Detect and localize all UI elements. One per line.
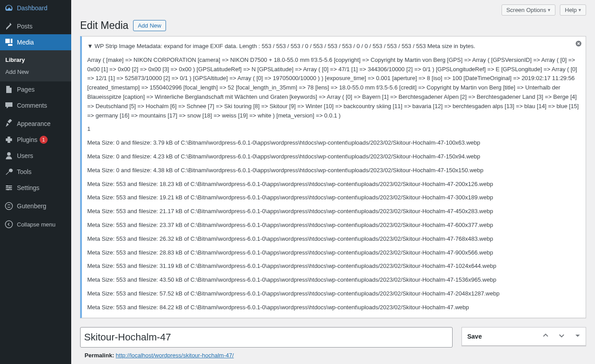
media-icon [4, 38, 13, 47]
collapse-label: Collapse menu [17, 221, 56, 228]
caret-down-icon [573, 331, 582, 341]
main-content: Screen Options Help Edit Media Add New ▼… [71, 0, 595, 364]
sidebar-item-pages[interactable]: Pages [0, 81, 71, 97]
meta-size-line: Meta Size: 553 and filesize: 23.37 kB of… [87, 221, 580, 230]
meta-size-line: Meta Size: 0 and filesize: 4.23 kB of C:… [87, 152, 580, 162]
meta-size-line: Meta Size: 553 and filesize: 43.50 kB of… [87, 275, 580, 285]
sidebar-sub-library[interactable]: Library [0, 54, 71, 66]
svg-point-2 [8, 189, 9, 190]
sidebar-item-label: Tools [17, 168, 32, 175]
users-icon [4, 151, 13, 160]
svg-point-1 [9, 187, 11, 189]
sidebar-item-comments[interactable]: Comments [0, 97, 71, 113]
sidebar-item-appearance[interactable]: Appearance [0, 116, 71, 132]
plugins-icon [4, 135, 13, 144]
permalink-link[interactable]: http://localhost/wordpress/skitour-hocha… [116, 352, 234, 359]
save-postbox: Save [461, 327, 586, 346]
sidebar-item-label: Users [17, 152, 33, 159]
page-title: Edit Media [80, 20, 129, 32]
notice-count: 1 [87, 125, 580, 134]
appearance-icon [4, 119, 13, 128]
sidebar-submenu-media: Library Add New [0, 50, 71, 81]
exif-data: Array ( [make] => NIKON CORPORATION [cam… [87, 56, 580, 121]
meta-size-line: Meta Size: 553 and filesize: 19.21 kB of… [87, 193, 580, 202]
collapse-icon [4, 220, 13, 229]
help-button[interactable]: Help [560, 4, 586, 16]
chevron-down-icon [557, 331, 566, 341]
comments-icon [4, 101, 13, 110]
meta-size-line: Meta Size: 0 and filesize: 4.38 kB of C:… [87, 166, 580, 175]
sidebar-item-users[interactable]: Users [0, 148, 71, 164]
metadata-notice: ▼ WP Strip Image Metadata: expand for im… [80, 36, 586, 318]
postbox-toggle-button[interactable] [570, 328, 586, 345]
sidebar-item-media[interactable]: Media [0, 34, 71, 50]
permalink-label: Permalink: [85, 352, 114, 359]
svg-point-3 [5, 202, 12, 210]
meta-size-line: Meta Size: 553 and filesize: 26.32 kB of… [87, 235, 580, 244]
plugins-update-badge: 1 [40, 136, 48, 144]
meta-size-line: Meta Size: 553 and filesize: 28.83 kB of… [87, 248, 580, 258]
svg-point-0 [7, 186, 8, 187]
meta-size-line: Meta Size: 553 and filesize: 57.52 kB of… [87, 289, 580, 299]
sidebar-item-label: Dashboard [17, 4, 48, 12]
sidebar-item-label: Plugins [17, 136, 37, 143]
screen-options-button[interactable]: Screen Options [502, 4, 556, 16]
add-new-button[interactable]: Add New [133, 20, 166, 31]
sidebar-item-settings[interactable]: Settings [0, 180, 71, 196]
pin-icon [4, 22, 13, 31]
sidebar-item-label: Media [17, 39, 34, 46]
sidebar-item-label: Comments [17, 102, 47, 109]
meta-size-line: Meta Size: 553 and filesize: 31.19 kB of… [87, 262, 580, 271]
meta-size-line: Meta Size: 553 and filesize: 84.22 kB of… [87, 303, 580, 312]
sidebar-item-dashboard[interactable]: Dashboard [0, 0, 71, 16]
collapse-menu-button[interactable]: Collapse menu [0, 216, 71, 232]
sidebar-item-label: Settings [17, 184, 40, 191]
sidebar-item-label: Appearance [17, 120, 51, 127]
sidebar-item-gutenberg[interactable]: Gutenberg [0, 198, 71, 214]
dismiss-notice-button[interactable] [575, 40, 582, 50]
postbox-move-up-button[interactable] [538, 328, 554, 345]
sidebar-item-posts[interactable]: Posts [0, 18, 71, 34]
meta-size-line: Meta Size: 553 and filesize: 21.17 kB of… [87, 207, 580, 216]
dashboard-icon [4, 4, 13, 12]
tools-icon [4, 167, 13, 176]
save-postbox-title: Save [462, 328, 538, 344]
close-icon [575, 42, 582, 49]
svg-point-4 [5, 221, 12, 228]
exif-summary-toggle[interactable]: ▼ WP Strip Image Metadata: expand for im… [87, 42, 580, 51]
gutenberg-icon [4, 202, 13, 210]
settings-icon [4, 183, 13, 192]
media-title-input[interactable] [80, 327, 453, 348]
admin-sidebar: Dashboard Posts Media Library Add New Pa… [0, 0, 71, 364]
meta-size-line: Meta Size: 553 and filesize: 18.23 kB of… [87, 180, 580, 189]
sidebar-item-label: Posts [17, 23, 32, 30]
pages-icon [4, 85, 13, 94]
sidebar-sub-add-new[interactable]: Add New [0, 66, 71, 78]
permalink-row: Permalink: http://localhost/wordpress/sk… [80, 348, 453, 359]
sidebar-item-label: Pages [17, 86, 35, 93]
meta-size-line: Meta Size: 0 and filesize: 3.79 kB of C:… [87, 138, 580, 148]
sidebar-item-tools[interactable]: Tools [0, 164, 71, 180]
sidebar-item-plugins[interactable]: Plugins 1 [0, 132, 71, 148]
chevron-up-icon [541, 331, 550, 341]
postbox-move-down-button[interactable] [554, 328, 570, 345]
sidebar-item-label: Gutenberg [17, 202, 46, 210]
